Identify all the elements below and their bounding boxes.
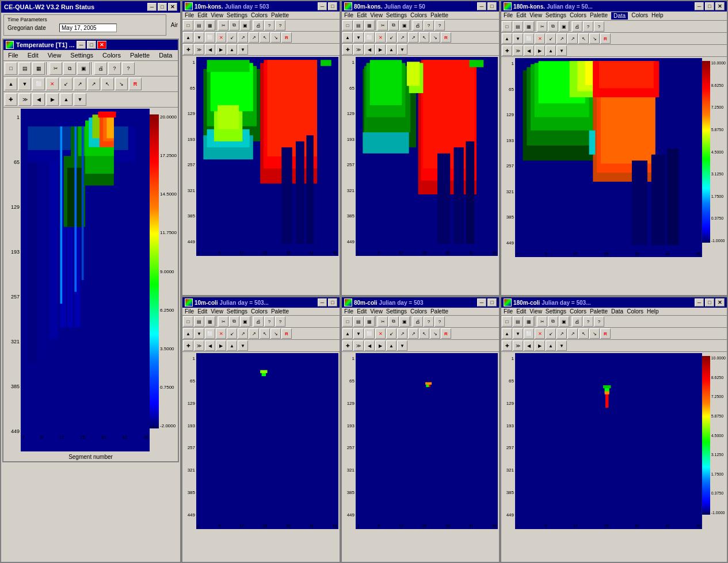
close-button[interactable]: ✕	[168, 3, 177, 11]
minimize-button[interactable]: ─	[147, 3, 157, 11]
s-n1[interactable]: ↙	[227, 32, 237, 43]
tb-up2[interactable]: ▲	[60, 93, 73, 106]
temp-menu-view[interactable]: View	[45, 51, 64, 59]
maximize-button[interactable]: □	[158, 3, 167, 11]
tb-up[interactable]: ▲	[5, 78, 17, 90]
temp-close[interactable]: ✕	[97, 41, 106, 49]
br-color-scale: 10.0000 8.6250 7.2500 5.8750 4.5000 3.12…	[702, 353, 726, 529]
tb-nav3[interactable]: ↗	[87, 78, 100, 90]
tr-chart-container: 1 65 129 193 257 321 385 449	[501, 57, 727, 258]
s-open[interactable]: ▤	[194, 20, 204, 30]
temp-menu-data[interactable]: Data	[157, 51, 174, 59]
gregorian-value[interactable]: May 17, 2005	[59, 24, 117, 32]
bl-x-axis: 1 9 17 25 33 41 49	[196, 524, 338, 528]
tl-max[interactable]: □	[328, 2, 337, 10]
s-up[interactable]: ▲	[183, 32, 193, 43]
bl-chart-container: 1 65 129 193 257 321 385 449 1 9 17 25 3…	[182, 352, 340, 530]
tb-print[interactable]: 🖨	[94, 62, 107, 75]
tr-close[interactable]: ✕	[715, 2, 725, 10]
s-n5[interactable]: ↘	[270, 32, 281, 43]
tb-paste[interactable]: ▣	[77, 62, 90, 75]
bm-max[interactable]: □	[487, 298, 497, 307]
tb-open[interactable]: ▤	[18, 62, 31, 75]
s-dn[interactable]: ▼	[194, 32, 204, 43]
s-help[interactable]: ?	[264, 20, 275, 30]
br-chart: 1 9 17 25 33 41 49	[515, 353, 702, 529]
s-n3[interactable]: ↗	[249, 32, 259, 43]
bl-max[interactable]: □	[328, 298, 337, 307]
s-save[interactable]: ▦	[205, 20, 215, 30]
tb-nav1[interactable]: ↙	[60, 78, 73, 90]
br-max[interactable]: □	[705, 298, 714, 307]
tl-min[interactable]: ─	[318, 2, 327, 10]
svg-rect-90	[605, 391, 609, 394]
main-title-bar: CE-QUAL-W2 V3.2 Run Status ─ □ ✕	[1, 1, 180, 13]
tr-color-scale: 10.0000 8.6250 7.2500 5.8750 4.5000 3.12…	[702, 58, 726, 257]
tb-unknown[interactable]: ?	[122, 62, 135, 75]
tb-save[interactable]: ▦	[32, 62, 45, 75]
tb-help[interactable]: ?	[108, 62, 121, 75]
tb-cross[interactable]: ✚	[5, 93, 17, 106]
s-new[interactable]: □	[183, 20, 193, 30]
bl-toolbar3: ✚ ≫ ◀ ▶ ▲ ▼	[182, 340, 340, 352]
bl-min[interactable]: ─	[318, 298, 327, 307]
s-fr[interactable]: ⬜	[205, 32, 215, 43]
svg-rect-75	[589, 131, 596, 155]
s-help2[interactable]: ?	[275, 20, 285, 30]
temp-menu-edit[interactable]: Edit	[25, 51, 41, 59]
s-u2[interactable]: ▲	[227, 44, 237, 55]
tr-chart: 1 9 17 25 33 41 49	[515, 58, 702, 257]
tb-new[interactable]: □	[5, 62, 17, 75]
s-l[interactable]: ◀	[205, 44, 215, 55]
tb-down2[interactable]: ▼	[74, 93, 86, 106]
s-cut[interactable]: ✂	[218, 20, 228, 30]
bm-min[interactable]: ─	[477, 298, 486, 307]
temp-menu-colors[interactable]: Colors	[100, 51, 123, 59]
tm-min[interactable]: ─	[477, 2, 486, 10]
tb-bracket[interactable]: ≫	[18, 93, 31, 106]
tb-left[interactable]: ◀	[32, 93, 45, 106]
s-n4[interactable]: ↖	[260, 32, 270, 43]
br-close[interactable]: ✕	[715, 298, 725, 307]
tr-min[interactable]: ─	[695, 2, 704, 10]
bot-left-window: 10m-coli Julian day = 503... ─ □ File Ed…	[181, 296, 341, 563]
tr-menu-data[interactable]: Data	[611, 12, 628, 20]
tm-max[interactable]: □	[487, 2, 497, 10]
temp-menu-settings[interactable]: Settings	[68, 51, 96, 59]
s-ri[interactable]: ▶	[216, 44, 226, 55]
tb-frame[interactable]: ⬜	[32, 78, 45, 90]
tb-nav5[interactable]: ↘	[115, 78, 128, 90]
bm-chart: 1 9 17 25 33 41 49	[356, 353, 498, 529]
br-x-axis: 1 9 17 25 33 41 49	[515, 524, 702, 528]
tb-copy[interactable]: ⧉	[63, 62, 76, 75]
tr-max[interactable]: □	[705, 2, 714, 10]
temp-minimize[interactable]: ─	[77, 41, 86, 49]
s-r[interactable]: R	[281, 32, 292, 43]
s-br[interactable]: ≫	[194, 44, 204, 55]
tm-chart: 1 9 17 25 33 41 49	[356, 57, 498, 256]
tb-nav4[interactable]: ↖	[101, 78, 114, 90]
tb-down[interactable]: ▼	[18, 78, 31, 90]
temp-title-bar: Temperature [T1] ... ─ □ ✕	[3, 40, 178, 50]
br-min[interactable]: ─	[695, 298, 704, 307]
s-x[interactable]: ✕	[216, 32, 226, 43]
s-copy[interactable]: ⧉	[229, 20, 239, 30]
temp-menu-file[interactable]: File	[6, 51, 21, 59]
tl-chart: 1 9 17 25 33 41 49	[196, 57, 338, 256]
tb-nav2[interactable]: ↗	[74, 78, 86, 90]
temp-menu-palette[interactable]: Palette	[128, 51, 152, 59]
svg-rect-81	[356, 353, 498, 529]
tb-x[interactable]: ✕	[46, 78, 59, 90]
tr-toolbar3: ✚ ≫ ◀ ▶ ▲ ▼	[501, 45, 727, 57]
temp-scale-labels: 20.0000 17.2500 14.5000 11.7500 9.0000 6…	[159, 114, 177, 428]
tb-r[interactable]: R	[129, 78, 142, 90]
s-d2[interactable]: ▼	[238, 44, 248, 55]
tb-right[interactable]: ▶	[46, 93, 59, 106]
bm-toolbar3: ✚ ≫ ◀ ▶ ▲ ▼	[342, 340, 499, 352]
s-n2[interactable]: ↗	[238, 32, 248, 43]
s-cross[interactable]: ✚	[183, 44, 193, 55]
tb-cut[interactable]: ✂	[49, 62, 62, 75]
s-paste[interactable]: ▣	[240, 20, 250, 30]
temp-maximize[interactable]: □	[87, 41, 96, 49]
s-print[interactable]: 🖨	[253, 20, 264, 30]
